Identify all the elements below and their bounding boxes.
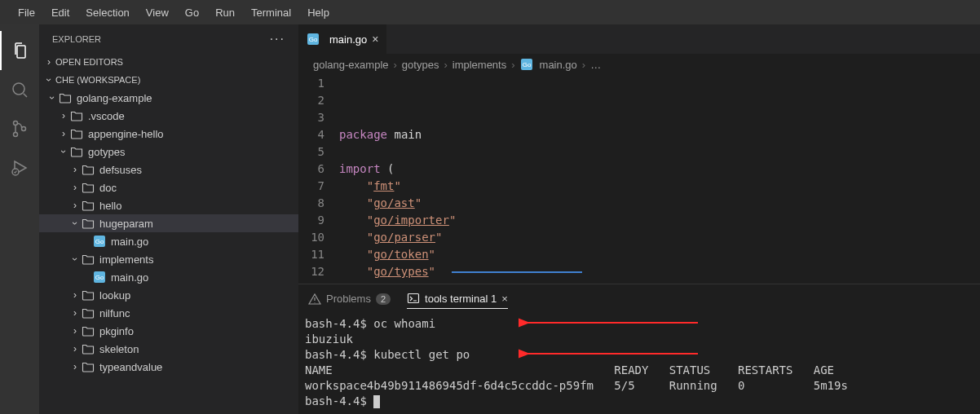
chevron-right-icon: › [42,56,55,68]
chevron-right-icon: › [57,110,70,121]
code-line: "fmt" [339,178,980,195]
file-main-go[interactable]: Gomain.go [39,268,298,286]
tree-item-label: defsuses [99,164,142,176]
breadcrumb-item[interactable]: main.go [540,59,577,71]
terminal-output[interactable]: bash-4.4$ oc whoami ibuziuk bash-4.4$ ku… [298,313,980,414]
tree-item-label: .vscode [88,110,125,122]
chevron-right-icon: › [68,164,82,175]
menu-edit[interactable]: Edit [43,2,77,24]
folder-icon [82,217,95,230]
bottom-panel: Problems 2 tools terminal 1 × bash-4.4$ … [298,284,980,414]
search-activity-icon[interactable] [0,70,39,109]
terminal-tab[interactable]: tools terminal 1 × [407,288,508,309]
main-area: EXPLORER ··· › OPEN EDITORS › CHE (WORKS… [0,24,980,414]
folder-appengine-hello[interactable]: ›appengine-hello [39,125,298,143]
open-editors-section[interactable]: › OPEN EDITORS [39,53,298,71]
panel-tabs: Problems 2 tools terminal 1 × [298,284,980,313]
folder-doc[interactable]: ›doc [39,178,298,196]
scm-activity-icon[interactable] [0,109,39,148]
folder-icon [82,181,95,194]
tab-main-go[interactable]: Go main.go × [298,24,387,54]
breadcrumb-item[interactable]: … [590,59,601,71]
svg-rect-13 [408,294,419,303]
code-line: "go/ast" [339,195,980,212]
menu-terminal[interactable]: Terminal [243,2,299,24]
folder-pkginfo[interactable]: ›pkginfo [39,322,298,340]
editor-group: Go main.go × golang-example›gotypes›impl… [298,24,980,414]
menu-file[interactable]: File [10,2,43,24]
close-icon[interactable]: × [372,33,378,46]
terminal-cursor [373,395,380,408]
code-content[interactable]: package main import ( "fmt" "go/ast" "go… [339,75,980,284]
folder-icon [70,145,83,158]
editor-highlight [452,271,582,273]
breadcrumb-item[interactable]: gotypes [402,59,439,71]
chevron-right-icon: › [68,307,82,319]
folder-skeleton[interactable]: ›skeleton [39,340,298,358]
folder-hugeparam[interactable]: ›hugeparam [39,214,298,232]
tree-item-label: pkginfo [99,325,134,337]
sidebar: EXPLORER ··· › OPEN EDITORS › CHE (WORKS… [39,24,298,414]
explorer-activity-icon[interactable] [0,31,39,70]
folder-icon [82,288,95,302]
tab-label: main.go [329,33,367,46]
tree-item-label: lookup [99,289,130,302]
chevron-right-icon: › [57,128,70,139]
tree-item-label: appengine-hello [88,128,164,140]
folder-nilfunc[interactable]: ›nilfunc [39,304,298,322]
svg-text:Go: Go [95,238,104,245]
svg-point-3 [22,127,26,131]
debug-activity-icon[interactable] [0,148,39,187]
file-tree: ›golang-example›.vscode›appengine-hello›… [39,89,298,414]
menu-run[interactable]: Run [207,2,243,24]
folder-icon [82,163,95,176]
code-line: "go/token" [339,246,980,263]
menu-selection[interactable]: Selection [77,2,137,24]
folder-icon [82,324,95,337]
breadcrumb-item[interactable]: implements [452,59,506,71]
workspace-section[interactable]: › CHE (WORKSPACE) [39,71,298,89]
folder-icon [82,199,95,212]
open-editors-label: OPEN EDITORS [55,57,123,67]
tree-item-label: gotypes [88,146,126,158]
folder-implements[interactable]: ›implements [39,250,298,268]
folder-defsuses[interactable]: ›defsuses [39,161,298,178]
terminal-icon [407,292,420,305]
svg-point-2 [14,133,18,137]
chevron-down-icon: › [46,91,58,104]
breadcrumb-item[interactable]: golang-example [313,59,389,71]
go-file-icon: Go [520,58,533,71]
breadcrumb[interactable]: golang-example›gotypes›implements›Gomain… [298,54,980,75]
chevron-right-icon: › [394,59,397,71]
problems-tab[interactable]: Problems 2 [308,289,391,309]
file-main-go[interactable]: Gomain.go [39,232,298,250]
close-icon[interactable]: × [501,293,508,305]
folder-hello[interactable]: ›hello [39,196,298,214]
chevron-right-icon: › [444,59,447,71]
code-line: "go/importer" [339,212,980,229]
folder--vscode[interactable]: ›.vscode [39,107,298,125]
folder-lookup[interactable]: ›lookup [39,286,298,304]
menu-go[interactable]: Go [177,2,207,24]
folder-golang-example[interactable]: ›golang-example [39,89,298,107]
code-editor[interactable]: 123456789101112 package main import ( "f… [298,75,980,284]
chevron-right-icon: › [68,289,82,301]
folder-typeandvalue[interactable]: ›typeandvalue [39,358,298,376]
chevron-right-icon: › [68,325,82,337]
tree-item-label: typeandvalue [99,361,162,373]
menu-help[interactable]: Help [299,2,338,24]
editor-tabs: Go main.go × [298,24,980,54]
terminal-label: tools terminal 1 [425,293,497,305]
more-icon[interactable]: ··· [270,32,285,46]
chevron-right-icon: › [68,361,82,372]
folder-gotypes[interactable]: ›gotypes [39,143,298,161]
problems-count-badge: 2 [376,293,391,305]
chevron-right-icon: › [68,182,82,193]
sidebar-title: EXPLORER ··· [39,24,298,53]
menu-view[interactable]: View [138,2,177,24]
chevron-right-icon: › [582,59,585,71]
chevron-down-icon: › [69,217,81,230]
chevron-down-icon: › [43,73,55,86]
menubar: FileEditSelectionViewGoRunTerminalHelp [0,0,980,24]
tree-item-label: golang-example [77,92,152,104]
